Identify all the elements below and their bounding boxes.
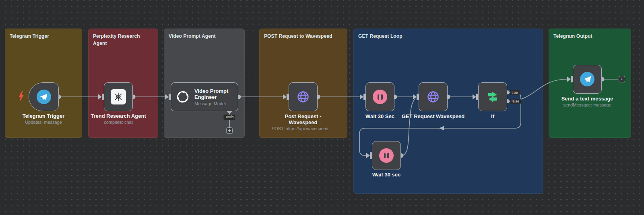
if-false-output-label: false [510, 99, 521, 104]
node-wait-30-sec-top[interactable] [365, 82, 394, 111]
signpost-icon [486, 90, 500, 104]
input-connector-if[interactable] [473, 94, 478, 100]
input-connector-wait-top[interactable] [360, 94, 365, 100]
input-connector-get[interactable] [413, 94, 419, 100]
node-if[interactable] [478, 82, 507, 111]
tools-connector-label: Tools [223, 115, 235, 120]
node-subtitle-post-request: POST: https://api.wavespeed..... [243, 126, 363, 131]
telegram-icon [580, 72, 594, 86]
node-wait-30-sec-bottom[interactable] [372, 141, 401, 170]
wire-wait-bottom-to-get[interactable] [401, 98, 415, 156]
node-subtitle: Message Model [194, 101, 228, 106]
node-send-text-message[interactable] [573, 65, 602, 94]
node-label-wait-30-sec-bottom: Wait 30 sec [326, 172, 447, 178]
pause-icon [379, 148, 394, 163]
node-subtitle-send-text-message: sendMessage: message [527, 102, 644, 107]
node-post-request-wavespeed[interactable] [289, 82, 318, 111]
node-subtitle-trend-research-agent: complete: chat [58, 120, 179, 125]
node-trend-research-agent[interactable] [104, 82, 133, 111]
node-label-post-request-line2: Wavespeed [243, 119, 363, 125]
input-connector-agent[interactable] [165, 94, 171, 100]
telegram-icon [37, 90, 51, 104]
input-connector-send[interactable] [567, 76, 573, 82]
perplexity-icon [111, 89, 126, 104]
node-label-send-text-message: Send a text message [527, 96, 644, 102]
connections-layer [0, 0, 644, 215]
node-label-trend-research-agent: Trend Research Agent [58, 113, 179, 119]
node-label-line1: Video Prompt [194, 88, 228, 94]
input-connector-post[interactable] [283, 94, 289, 100]
node-get-request-wavespeed[interactable] [419, 82, 448, 111]
workflow-canvas[interactable]: Telegram Trigger Perplexity Research Age… [0, 0, 644, 215]
pause-icon [373, 90, 387, 104]
openai-icon [176, 90, 190, 104]
plus-icon: + [228, 128, 231, 133]
lightning-trigger-icon [18, 91, 24, 102]
plus-icon: + [620, 76, 623, 82]
wire-direction-arrow [439, 126, 444, 131]
globe-icon [296, 90, 310, 104]
add-tool-button[interactable]: + [226, 127, 233, 134]
if-true-output-label: true [510, 90, 520, 95]
node-label-if: If [432, 113, 553, 119]
node-telegram-trigger[interactable] [29, 82, 59, 111]
add-node-button[interactable]: + [619, 76, 625, 82]
node-video-prompt-engineer[interactable]: Video Prompt Engineer Message Model [171, 82, 238, 111]
input-connector-trend[interactable] [98, 94, 104, 100]
globe-icon [426, 90, 440, 104]
node-label-line2: Engineer [194, 94, 228, 100]
input-connector-wait-bottom[interactable] [366, 152, 372, 159]
agent-node-text: Video Prompt Engineer Message Model [194, 88, 228, 106]
